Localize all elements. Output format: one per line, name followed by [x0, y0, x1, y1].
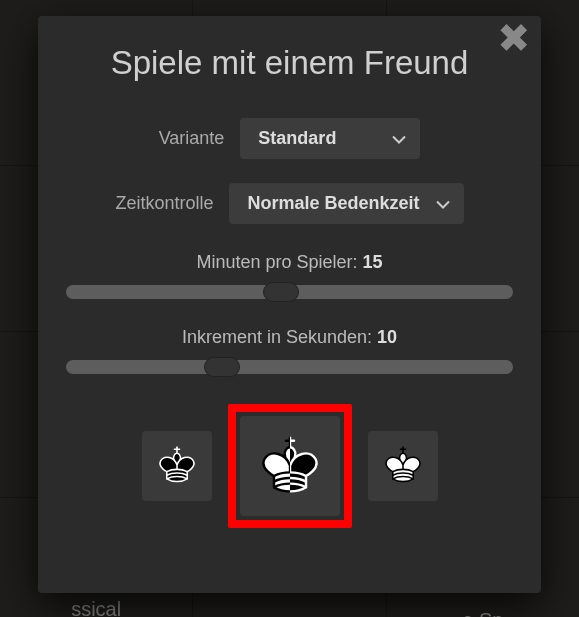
increment-slider[interactable] [66, 360, 513, 374]
color-random-button[interactable] [240, 416, 340, 516]
increment-label: Inkrement in Sekunden: 10 [66, 327, 513, 348]
king-white-icon [380, 441, 426, 491]
minutes-label: Minuten pro Spieler: 15 [66, 252, 513, 273]
king-black-icon [154, 441, 200, 491]
play-friend-modal: ✖ Spiele mit einem Freund Variante Stand… [38, 16, 541, 593]
modal-title: Spiele mit einem Freund [111, 44, 469, 82]
highlight-selected-color [228, 404, 352, 528]
variant-label: Variante [159, 128, 225, 149]
king-random-icon [254, 428, 326, 504]
increment-section: Inkrement in Sekunden: 10 [66, 327, 513, 398]
minutes-section: Minuten pro Spieler: 15 [66, 252, 513, 323]
minutes-slider-thumb[interactable] [263, 282, 299, 302]
variant-value: Standard [258, 128, 336, 149]
minutes-slider[interactable] [66, 285, 513, 299]
increment-slider-thumb[interactable] [204, 357, 240, 377]
chevron-down-icon [392, 128, 406, 149]
close-button[interactable]: ✖ [497, 18, 531, 58]
color-choice-row [142, 404, 438, 528]
timecontrol-select[interactable]: Normale Bedenkzeit [229, 183, 463, 224]
timecontrol-row: Zeitkontrolle Normale Bedenkzeit [115, 183, 463, 224]
timecontrol-value: Normale Bedenkzeit [247, 193, 419, 214]
color-black-button[interactable] [142, 431, 212, 501]
chevron-down-icon [436, 193, 450, 214]
color-white-button[interactable] [368, 431, 438, 501]
variant-select[interactable]: Standard [240, 118, 420, 159]
timecontrol-label: Zeitkontrolle [115, 193, 213, 214]
variant-row: Variante Standard [159, 118, 421, 159]
